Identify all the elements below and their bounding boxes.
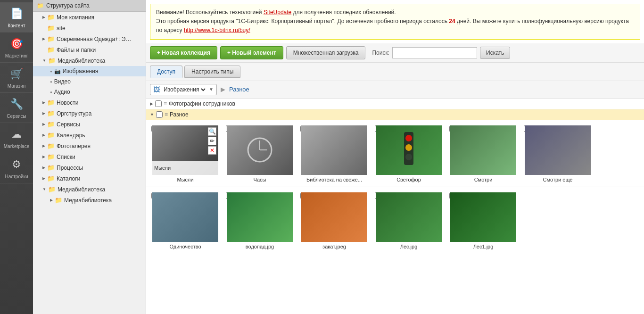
folder-icon: 📁 — [47, 121, 55, 128]
grid-icon: ≡ — [165, 111, 168, 118]
bullet-icon: ● — [50, 69, 52, 74]
row-checkbox-photos[interactable] — [155, 100, 162, 107]
sidebar: 📄 Контент 🎯 Маркетинг 🛒 Магазин 🔧 Сервис… — [0, 0, 33, 314]
tree-item-news[interactable]: ▶ 📁 Новости — [33, 97, 146, 108]
new-collection-button[interactable]: + Новая коллекция — [150, 46, 217, 59]
bullet-icon: ● — [50, 80, 52, 84]
tree-item-services2[interactable]: ▶ 📁 Сервисы — [33, 119, 146, 130]
content-panel: Внимание! Воспользуйтесь технологией Sit… — [146, 0, 644, 314]
tree-item-audio[interactable]: ● Аудио — [33, 87, 146, 97]
breadcrumb-item[interactable]: Разное — [229, 86, 249, 93]
search-button[interactable]: Искать — [480, 47, 510, 59]
tree-label: Видео — [54, 78, 71, 85]
sidebar-label-content: Контент — [8, 23, 25, 28]
gallery-item-smotri-esche[interactable]: Смотри еще — [520, 122, 595, 185]
tree-item-lists[interactable]: ▶ 📁 Списки — [33, 151, 146, 162]
tree-label: Моя компания — [57, 14, 94, 21]
gallery-item-vodopad[interactable]: водопад.jpg — [223, 189, 297, 252]
tree-label: Каталоги — [57, 175, 80, 182]
tree-item-processes[interactable]: ▶ 📁 Процессы — [33, 162, 146, 173]
sidebar-item-marketplace[interactable]: ☁ Marketplace — [0, 123, 33, 153]
tree-item-catalogs[interactable]: ▶ 📁 Каталоги — [33, 173, 146, 184]
folder-icon: 📁 — [48, 57, 56, 64]
collection-icon: 🖼 — [153, 86, 160, 93]
gallery-item-zakat[interactable]: закат.jpeg — [297, 189, 372, 252]
sidebar-label-marketplace: Marketplace — [4, 144, 29, 149]
tree-item-photogallery[interactable]: ▶ 📁 Фотогалерея — [33, 140, 146, 151]
tree-title: Структура сайта — [46, 2, 90, 9]
arrow-icon: ▶ — [150, 101, 153, 106]
sidebar-item-marketing[interactable]: 🎯 Маркетинг — [0, 33, 33, 63]
tree-label: Фотогалерея — [57, 143, 91, 149]
alert-text3: Это пробная версия продукта "1С-Битрикс:… — [156, 18, 449, 25]
collection-bar: 🖼 Изображения ▼ ▶ Разное — [146, 81, 644, 99]
image-name-overlay: Мысли — [154, 165, 171, 171]
tree-item-video[interactable]: ● Видео — [33, 76, 146, 87]
gallery-item-smotri[interactable]: Смотри — [446, 122, 520, 185]
tree-item-fashion[interactable]: ▶ 📁 Современная Одежда+: Эк... — [33, 33, 146, 44]
edit-action-btn[interactable]: ✏ — [208, 137, 216, 145]
sidebar-item-content[interactable]: 📄 Контент — [0, 2, 33, 33]
collection-select-wrapper[interactable]: 🖼 Изображения ▼ — [150, 84, 217, 95]
svg-point-5 — [405, 144, 412, 151]
sidebar-item-services[interactable]: 🔧 Сервисы — [0, 93, 33, 123]
alert-banner: Внимание! Воспользуйтесь технологией Sit… — [150, 4, 640, 40]
tree-item-my-company[interactable]: ▶ 📁 Моя компания — [33, 12, 146, 23]
gallery-item-mysli[interactable]: Мысли 🔍 ✏ ✕ Мысли — [148, 122, 223, 185]
alert-days: 24 — [449, 18, 455, 25]
arrow-icon: ▶ — [42, 15, 45, 19]
zoom-action-btn[interactable]: 🔍 — [208, 127, 216, 136]
gallery-item-biblioteka[interactable]: Библиотека на свеже... — [297, 122, 372, 185]
row-checkbox-raznoye[interactable] — [156, 111, 163, 118]
arrow-icon: ▶ — [42, 165, 45, 170]
siteupdate-link[interactable]: SiteUpdate — [264, 9, 291, 16]
file-row-photos[interactable]: ▶ ≡ Фотографии сотрудников — [146, 99, 644, 109]
arrow-icon: ▶ — [42, 100, 45, 105]
tree-label: Изображения — [63, 68, 98, 74]
gallery-item-svetofor[interactable]: Светофор — [372, 122, 446, 185]
sidebar-item-settings[interactable]: ⚙ Настройки — [0, 153, 33, 183]
gallery-item-les[interactable]: Лес.jpg — [372, 189, 446, 252]
tree-label: Списки — [57, 154, 75, 160]
multiple-upload-button[interactable]: Множественная загрузка — [286, 46, 366, 59]
tree-label: Процессы — [57, 165, 83, 171]
delete-action-btn[interactable]: ✕ — [208, 146, 216, 155]
file-row-raznoye[interactable]: ▼ ≡ Разное — [146, 109, 644, 120]
tree-item-files[interactable]: ▶ 📁 Файлы и папки — [33, 44, 146, 55]
tree-item-medialibrary3[interactable]: ▶ 📁 Медиабиблиотека — [33, 195, 146, 206]
collection-select[interactable]: Изображения — [162, 86, 207, 93]
tree-label: Медиабиблиотека — [58, 186, 105, 193]
toolbar: + Новая коллекция + Новый элемент Множес… — [146, 43, 644, 63]
folder-icon: 📁 — [47, 25, 55, 32]
row-label: Фотографии сотрудников — [169, 100, 235, 107]
tree-item-medialibrary2[interactable]: ▼ 📁 Медиабиблиотека — [33, 184, 146, 195]
tree-label: Аудио — [54, 89, 70, 95]
tree-item-medialibrary[interactable]: ▼ 📁 Медиабиблиотека — [33, 55, 146, 66]
tree-item-calendar[interactable]: ▶ 📁 Календарь — [33, 130, 146, 140]
tree-item-site[interactable]: ▶ 📁 site — [33, 23, 146, 33]
buy-link[interactable]: http://www.1c-bitrix.ru/buy/ — [184, 27, 250, 33]
tab-access[interactable]: Доступ — [150, 66, 182, 78]
breadcrumb-separator: ▶ — [221, 86, 225, 93]
gallery-image — [152, 192, 218, 242]
new-element-button[interactable]: + Новый элемент — [220, 46, 283, 59]
gallery-item-chasy[interactable]: Часы — [223, 122, 297, 185]
gallery-item-label: Часы — [254, 177, 266, 182]
gallery-image — [450, 125, 516, 175]
gallery-item-odinochestvo[interactable]: Одиночество — [148, 189, 223, 252]
gallery-image — [301, 125, 367, 175]
arrow-icon: ▶ — [42, 111, 45, 116]
gallery-item-les1[interactable]: Лес1.jpg — [446, 189, 520, 252]
gallery-image — [525, 125, 591, 175]
sidebar-item-shop[interactable]: 🛒 Магазин — [0, 63, 33, 93]
alert-text2: для получения последних обновлений. — [291, 9, 396, 16]
gallery-item-label: закат.jpeg — [322, 244, 346, 249]
gallery-item-label: Лес.jpg — [400, 244, 418, 249]
tree-item-images[interactable]: ● 📷 Изображения — [33, 66, 146, 76]
tab-configure-types[interactable]: Настроить типы — [184, 66, 240, 78]
svg-point-4 — [405, 135, 412, 141]
gallery-image — [227, 125, 293, 175]
file-tree-container: ▶ ≡ Фотографии сотрудников ▼ ≡ Разное — [146, 99, 644, 314]
search-input[interactable] — [392, 47, 477, 58]
tree-item-orgstructure[interactable]: ▶ 📁 Оргструктура — [33, 108, 146, 119]
